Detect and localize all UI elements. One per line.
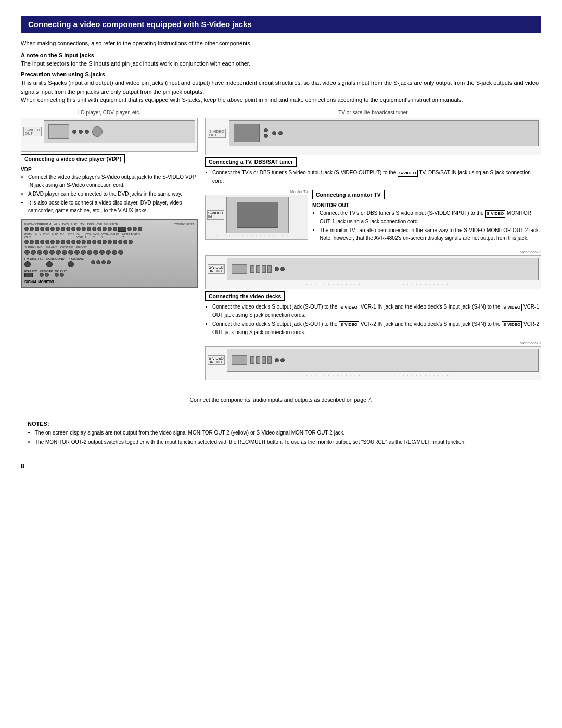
avr-output-ports (91, 260, 111, 264)
vdp-knob1 (72, 130, 76, 134)
intro-line1: When making connections, also refer to t… (21, 39, 541, 48)
tv-sat-section: TV or satellite broadcast tuner S-VIDEOO… (205, 110, 541, 185)
avr-ports-row1 (24, 227, 194, 232)
vdp-bullet-2: A DVD player can be connected to the DVD… (28, 190, 198, 198)
tv-sat-content: Connect the TV's or DBS tuner's S video … (205, 169, 541, 185)
tv-ports (272, 131, 283, 135)
vdeck1-ports (275, 358, 285, 362)
vdp-section: Connecting a video disc player (VDP) VDP… (21, 154, 198, 214)
tv-screen (234, 124, 260, 142)
monitor-tv-section: Monitor TV S-VIDEOIN · · · · · · · · · ·… (205, 190, 541, 245)
vdeck2-device-box: S-VIDEOIN OUT (205, 255, 541, 289)
vdp-section-content: VDP Connect the video disc player's S-Vi… (21, 165, 198, 214)
vdeck1-body (227, 349, 539, 372)
vdeck2-slot (232, 264, 247, 274)
avr-ground-label: SIGNAL MONITOR (24, 280, 194, 284)
monitor-screen (237, 202, 278, 228)
notes-list: The on-screen display signals are not ou… (28, 429, 534, 446)
vdeck2-visual: S-VIDEOIN OUT (208, 258, 539, 280)
notes-bullet-2: The MONITOR OUT-2 output switches togeth… (35, 438, 534, 446)
tv-label: TV or satellite broadcast tuner (205, 110, 541, 116)
vdeck2-section: Video deck 2 S-VIDEOIN OUT (205, 250, 541, 336)
note1-text: The input selectors for the S inputs and… (21, 60, 250, 67)
vdp-bullets-list: Connect the video disc player's S-Video … (21, 173, 198, 214)
notes-bullet-1: The on-screen display signals are not ou… (35, 429, 534, 437)
monitor-bullet-1: Connect the TV's or DBS tuner's S video … (320, 209, 541, 225)
bottom-connect-text: Connect the components' audio inputs and… (189, 397, 372, 403)
vdp-section-header: Connecting a video disc player (VDP) (21, 154, 125, 163)
avr-device-container: PHONO/TUNER FM AM AUX DVD AUX TV DBS VDP… (21, 219, 198, 288)
avr-speaker-labels: SURROUND FM ANT CENTER FRONT (24, 246, 194, 249)
monitor-tv-label: Monitor TV (205, 190, 308, 194)
avr-left-panel: PHONO/TUNER FM AM AUX DVD AUX TV DBS VDP… (21, 219, 198, 288)
vdeck2-svideo: S-VIDEOIN OUT (208, 264, 225, 274)
page-number: 8 (21, 463, 541, 470)
notes-title: NOTES: (28, 420, 534, 427)
avr-surround: SURROUND (46, 257, 65, 267)
vdecks-content: Connect the video deck's S output jack (… (205, 303, 541, 336)
avr-top-labels: PHONO/TUNER FM AM AUX DVD AUX TV DBS VDP… (24, 223, 194, 226)
tv-svideo-label: S-VIDEOOUT (208, 129, 226, 138)
vdeck1-svideo: S-VIDEOIN OUT (208, 355, 225, 365)
monitor-tv-box: S-VIDEOIN · · · · · · · · · · · · · · · … (205, 195, 308, 240)
vdeck1-slot (232, 355, 247, 365)
vdeck2-body (227, 258, 539, 280)
cable-dots-vdp: · · · · · · · · · · · · · · · · · · · · … (23, 145, 195, 149)
monitor-tv-bullets: Connect the TV's or DBS tuner's S video … (312, 209, 541, 242)
vdp-slot (48, 124, 69, 139)
intro-section: When making connections, also refer to t… (21, 39, 541, 105)
monitor-out-label: MONITOR OUT (312, 201, 541, 209)
tv-controls (264, 128, 268, 138)
vdecks-header: Connecting the video decks (205, 291, 285, 301)
avr-labels-row2: PRE-OUT AUX DVD AUX TV DBS S-VDP VCR-1 V… (24, 233, 194, 239)
svideo-out-label: S-VIDEOOUT (23, 127, 42, 136)
vdecks-bullets: Connect the video deck's S output jack (… (205, 303, 541, 336)
vdp-knob2 (79, 130, 83, 134)
monitor-svideo-label: S-VIDEOIN (207, 210, 224, 220)
note2-label: Precaution when using S-jacks (21, 71, 105, 78)
note2-text2: When connecting this unit with equipment… (21, 97, 463, 103)
vdeck2-ports (275, 267, 285, 271)
monitor-tv-content: MONITOR OUT Connect the TV's or DBS tune… (312, 201, 541, 242)
cable-dots-tv: · · · · · · · · · · · · · · · · · · · · … (208, 148, 539, 152)
vdeck1-buttons (250, 356, 272, 364)
page-title-bar: Connecting a video component equipped wi… (21, 16, 541, 33)
vdp-bullet-3: It is also possible to connect a video d… (28, 199, 198, 214)
note1-label: A note on the S input jacks (21, 52, 94, 58)
cable-dots-vdeck2: · · · · · · · · · · · · · · · · · · · · … (208, 282, 539, 287)
bottom-connect-box: Connect the components' audio inputs and… (21, 393, 541, 406)
monitor-tv-row: Monitor TV S-VIDEOIN · · · · · · · · · ·… (205, 190, 541, 245)
vdeck1-label: Video deck 1 (205, 341, 541, 345)
diagram-area: LD player, CDV player, etc. S-VIDEOOUT (21, 110, 541, 386)
note2-text1: This unit's S-jacks (input and output) a… (21, 80, 539, 95)
monitor-tv-diagram: Monitor TV S-VIDEOIN · · · · · · · · · ·… (205, 190, 308, 242)
vdp-device-box: S-VIDEOOUT · · · · · · · · · · · · · · ·… (21, 118, 198, 152)
vdeck-bullet-2: Connect the video deck's S output jack (… (212, 320, 541, 336)
notes-section: NOTES: The on-screen display signals are… (21, 416, 541, 452)
avr-speaker-row (24, 250, 194, 255)
cable-dots-vdeck1: · · · · · · · · · · · · · · · · · · · · … (208, 373, 539, 378)
page-title: Connecting a video component equipped wi… (28, 20, 252, 29)
monitor-tv-header: Connecting a monitor TV (312, 190, 385, 199)
cable-dots-monitor: · · · · · · · · · · · · · · · · · · · · … (207, 233, 306, 238)
tv-sat-bullet-1: Connect the TV's or DBS tuner's S video … (212, 169, 541, 185)
note1: A note on the S input jacks The input se… (21, 51, 541, 68)
monitor-tv-text: Connecting a monitor TV MONITOR OUT Conn… (312, 190, 541, 245)
vdp-label: VDP (21, 165, 198, 173)
tv-sat-bullets: Connect the TV's or DBS tuner's S video … (205, 169, 541, 185)
monitor-tv-body (226, 197, 289, 233)
vdeck-bullet-1: Connect the video deck's S output jack (… (212, 303, 541, 319)
vdp-disc (92, 126, 103, 137)
vdp-device-label: LD player, CDV player, etc. (21, 110, 198, 116)
vdeck2-label: Video deck 2 (205, 250, 541, 254)
note2: Precaution when using S-jacks This unit'… (21, 70, 541, 105)
monitor-tv-visual: S-VIDEOIN (207, 197, 306, 233)
tv-device-box: S-VIDEOOUT · · · · · · · · · · · · · (205, 118, 541, 155)
vdp-body (44, 120, 195, 143)
vdp-device-visual: S-VIDEOOUT (23, 120, 195, 143)
tv-body (229, 120, 539, 146)
left-diagram: LD player, CDV player, etc. S-VIDEOOUT (21, 110, 198, 386)
vdp-knob3 (85, 130, 89, 134)
tv-sat-header: Connecting a TV, DBS/SAT tuner (205, 157, 297, 167)
avr-ports-row2 (24, 240, 194, 244)
